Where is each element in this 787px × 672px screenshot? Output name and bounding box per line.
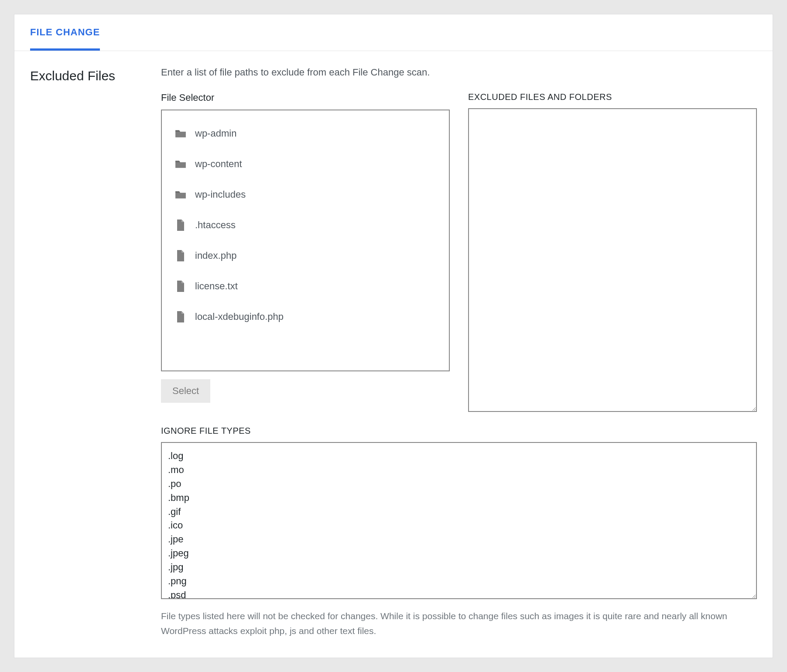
folder-icon [175, 189, 186, 200]
folder-icon [175, 158, 186, 170]
file-item[interactable]: index.php [162, 240, 449, 271]
file-item-label: wp-content [195, 158, 242, 170]
tab-file-change[interactable]: FILE CHANGE [30, 14, 100, 51]
ignore-file-types-help: File types listed here will not be check… [161, 609, 757, 638]
file-item[interactable]: wp-admin [162, 118, 449, 149]
file-item[interactable]: local-xdebuginfo.php [162, 302, 449, 332]
file-icon [175, 281, 186, 292]
select-button[interactable]: Select [161, 379, 210, 403]
ignore-file-types-textarea[interactable] [161, 442, 757, 599]
file-selector-label: File Selector [161, 92, 450, 103]
tabs-bar: FILE CHANGE [14, 14, 773, 51]
file-item[interactable]: license.txt [162, 271, 449, 302]
file-item-label: wp-admin [195, 128, 236, 139]
section-description: Enter a list of file paths to exclude fr… [161, 67, 757, 78]
file-icon [175, 219, 186, 231]
file-selector-list[interactable]: wp-adminwp-contentwp-includes.htaccessin… [161, 110, 450, 371]
file-item[interactable]: wp-content [162, 149, 449, 179]
file-item-label: local-xdebuginfo.php [195, 311, 284, 322]
file-item[interactable]: wp-includes [162, 179, 449, 210]
folder-icon [175, 128, 186, 139]
settings-card: FILE CHANGE Excluded Files Enter a list … [14, 14, 773, 658]
excluded-files-label: EXCLUDED FILES AND FOLDERS [468, 92, 757, 102]
file-icon [175, 250, 186, 261]
section-title: Excluded Files [30, 69, 161, 83]
excluded-files-textarea[interactable] [468, 108, 757, 412]
file-item-label: .htaccess [195, 219, 236, 231]
file-item-label: license.txt [195, 281, 238, 292]
file-icon [175, 311, 186, 322]
file-item[interactable]: .htaccess [162, 210, 449, 240]
ignore-file-types-label: IGNORE FILE TYPES [161, 426, 757, 436]
file-item-label: wp-includes [195, 189, 246, 200]
file-item-label: index.php [195, 250, 236, 261]
